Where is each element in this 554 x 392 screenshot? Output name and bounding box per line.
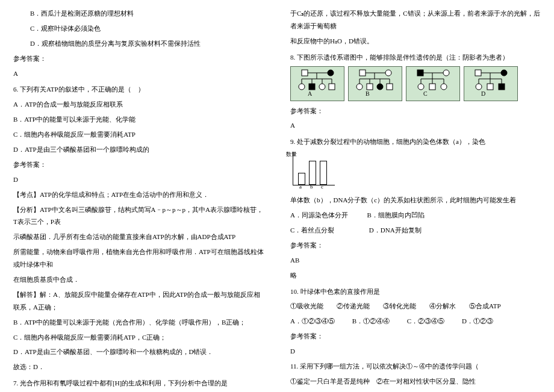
prev-opt-c: C．观察叶绿体必须染色 [30,22,264,35]
svg-rect-27 [417,70,423,76]
answer-label: 参考答案： [290,330,541,343]
jieda-line: D．ATP是由三个磷酸基团、一个腺嘌呤和一个核糖构成的，D错误． [13,346,264,358]
answer-value: A [290,119,541,132]
q11-line: ①鉴定一只白羊是否是纯种 ②在一对相对性状中区分显、隐性 [290,375,541,388]
jieda-line: B．ATP中的能量可以来源于光能（光合作用）、化学能（呼吸作用），B正确； [13,316,264,329]
q9-line2: 单体数（b），DNA分子数（c）的关系如柱状图所示，此时细胞内可能发生着 [290,194,541,207]
q9-row1: A．同源染色体分开 B．细胞膜向内凹陷 [290,209,541,222]
svg-point-22 [356,84,363,90]
fenxi-line: 示磷酸基团．几乎所有生命活动的能量直接来自ATP的水解，由ADP合成ATP [13,231,264,243]
q9-row2: C．着丝点分裂 D．DNA开始复制 [290,224,541,237]
svg-point-24 [377,84,383,90]
jieda-line: 【解答】解：A、放能反应中能量会储存在ATP中，因此ATP的合成一般与放能反应相… [13,288,264,314]
pedigree-icon [291,67,345,93]
svg-rect-25 [387,84,393,90]
pedigree-label: C [423,88,428,99]
cont-line: 于C₃的还原，该过程不释放大量能量，C错误；从来源上看，前者来源于水的光解，后者… [290,7,541,33]
q6-a: A．ATP的合成一般与放能反应相联系 [13,98,264,111]
jieda-line: C．细胞内各种吸能反应一般需要消耗ATP，C正确； [13,331,264,344]
svg-rect-1 [302,70,308,76]
x-tick: b [310,182,313,192]
lue: 略 [290,269,541,282]
pedigree-icon [349,67,403,93]
pedigree-label: D [481,88,485,99]
x-tick: c [321,182,323,192]
pedigree-row: A B [290,66,541,101]
pedigree-icon [406,67,461,93]
q10-opts: A．①②③④⑤ B．①②④④ C．②③④⑤ D．①②③ [290,315,541,328]
svg-rect-35 [429,84,435,90]
q7-title: 7. 光合作用和有氧呼吸过程中都有[H]的生成和利用，下列分析中合理的是 [13,377,264,390]
jieda-line: 故选：D． [13,361,264,373]
pedigree-a: A [290,66,344,101]
fenxi-line: 【分析】ATP中文名叫三磷酸腺苷，结构式简写A﹣p～p～p，其中A表示腺嘌呤核苷… [13,204,264,229]
pedigree-d: D [464,66,518,101]
q9-opt-b: B．细胞膜向内凹陷 [367,211,424,219]
svg-point-2 [328,70,334,76]
q6-b: B．ATP中的能量可以来源于光能、化学能 [13,113,264,126]
q9-line1: 9. 处于减数分裂过程中的动物细胞，细胞内的染色体数（a），染色 [290,135,541,148]
q9-opt-c: C．着丝点分裂 [290,226,334,234]
svg-point-28 [443,70,449,76]
svg-rect-12 [329,84,335,90]
q10-title: 10. 叶绿体中色素的直接作用是 [290,285,541,298]
svg-point-36 [441,84,447,90]
kaodian: 【考点】ATP的化学组成和特点；ATP在生命活动中的作用和意义． [13,188,264,201]
svg-rect-46 [487,84,493,90]
prev-opt-b: B．西瓜汁是检测还原糖的理想材料 [30,7,264,20]
fenxi-line: 所需能量，动物来自呼吸作用，植物来自光合作用和呼吸作用．ATP可在细胞器线粒体或… [13,246,264,271]
q6-title: 6. 下列有关ATP的叙述中，不正确的是（ ） [13,83,264,96]
svg-point-11 [319,84,325,90]
bar-chart: 数量 a b c [293,152,335,185]
x-tick: a [299,182,302,192]
prev-opt-d: D．观察植物细胞的质壁分离与复原实验材料不需保持活性 [30,37,264,50]
svg-point-39 [501,70,507,76]
pedigree-label: B [366,88,370,99]
q11-line: 11. 采用下列哪一组方法，可以依次解决①～④中的遗传学问题（ [290,360,541,373]
q10-d: D．①②③ [462,317,493,325]
pedigree-b: B [348,66,402,101]
answer-value: A [13,67,264,80]
answer-value: D [13,173,264,186]
q10-a: A．①②③④⑤ [290,317,335,325]
answer-label: 参考答案： [13,52,264,65]
pedigree-c: C [406,66,460,101]
q10-items: ①吸收光能 ②传递光能 ③转化光能 ④分解水 ⑤合成ATP [290,300,541,313]
pedigree-icon [464,67,518,93]
answer-value: D [290,345,541,358]
answer-value: AB [290,254,541,267]
svg-rect-38 [475,70,481,76]
q6-d: D．ATP是由三个磷酸基团和一个腺嘌呤构成的 [13,143,264,156]
answer-label: 参考答案： [290,239,541,252]
answer-label: 参考答案： [290,105,541,117]
cont-line: 和反应物中的H₂O，D错误。 [290,35,541,48]
fenxi-line: 在细胞质基质中合成． [13,273,264,286]
y-axis-label: 数量 [286,149,297,160]
q10-b: B．①②④④ [352,317,390,325]
q9-opt-d: D．DNA开始复制 [369,226,422,234]
svg-rect-14 [359,70,366,76]
q10-c: C．②③④⑤ [407,317,444,325]
svg-rect-47 [499,84,505,90]
q8-title: 8. 下图所示遗传系谱图中，能够排除是伴性遗传的是（注：阴影者为患者） [290,51,541,64]
svg-point-9 [299,84,305,90]
pedigree-label: A [308,88,312,99]
q9-opt-a: A．同源染色体分开 [290,211,348,219]
q6-c: C．细胞内各种吸能反应一般需要消耗ATP [13,128,264,141]
svg-point-15 [385,70,391,76]
answer-label: 参考答案： [13,158,264,171]
